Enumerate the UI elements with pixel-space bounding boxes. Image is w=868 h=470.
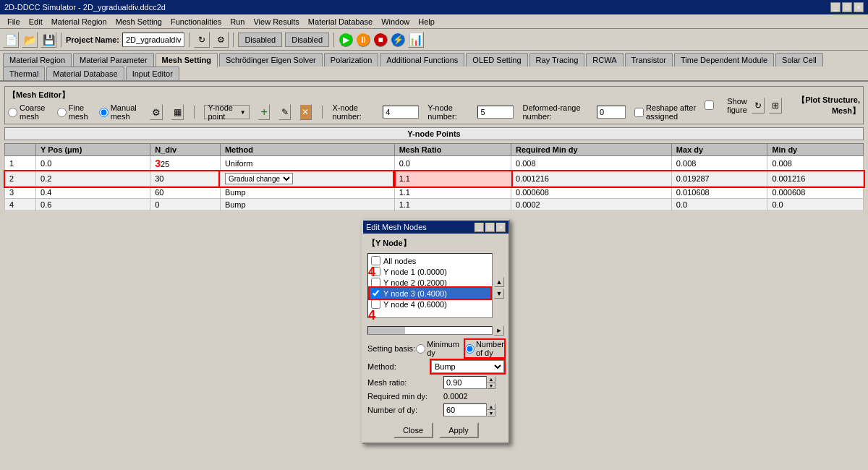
menu-file[interactable]: File (3, 16, 25, 27)
mesh-ratio-input[interactable] (443, 376, 487, 389)
node-item-2[interactable]: Y node 2 (0.2000) (370, 277, 490, 288)
node-list[interactable]: All nodes Y node 1 (0.0000) Y node 2 (0.… (367, 253, 493, 318)
node-item-1[interactable]: Y node 1 (0.0000) (370, 266, 490, 277)
grid-button[interactable]: ▦ (171, 104, 184, 120)
tab-rcwa[interactable]: RCWA (586, 53, 623, 67)
table-row[interactable]: 3 0.4 60 Bump 1.1 0.000608 0.010608 0.00… (5, 187, 864, 199)
coarse-mesh-label[interactable]: Coarse mesh (8, 103, 50, 121)
menu-material-database[interactable]: Material Database (304, 16, 377, 27)
tab-mesh-setting[interactable]: Mesh Setting (156, 53, 218, 68)
play-btn[interactable]: ▶ (339, 33, 353, 47)
title-text: 2D-DDCC Simulator - 2D_ygradualdiv.ddcc2… (4, 3, 166, 12)
reshape-checkbox[interactable] (634, 108, 644, 117)
tab-material-region[interactable]: Material Region (3, 53, 72, 67)
save-button[interactable]: 💾 (41, 32, 56, 48)
modal-close-btn[interactable]: × (496, 223, 506, 232)
fine-mesh-label[interactable]: Fine mesh (57, 103, 92, 121)
col-index (5, 144, 36, 156)
mesh-ratio-down[interactable]: ▼ (487, 383, 495, 389)
pause-btn[interactable]: ⏸ (356, 33, 370, 47)
tab-polarization[interactable]: Polarization (324, 53, 378, 67)
num-dy-down[interactable]: ▼ (487, 410, 495, 416)
row-ndiv[interactable]: 325 (150, 156, 221, 171)
modal-maximize-btn[interactable]: □ (485, 223, 495, 232)
close-button[interactable]: Close (393, 422, 433, 438)
minimize-button[interactable]: _ (830, 2, 841, 12)
refresh-button[interactable]: ↻ (194, 32, 210, 48)
node-all[interactable]: All nodes (370, 255, 490, 266)
row-min-dy: 0.008 (767, 156, 864, 171)
min-dy-radio-label[interactable]: Minimum dy (416, 340, 459, 357)
deformed-input[interactable] (597, 106, 626, 119)
coarse-mesh-radio[interactable] (8, 108, 17, 117)
col-req-min-dy: Required Min dy (511, 144, 672, 156)
num-dy-radio-label[interactable]: Number of dy (465, 340, 504, 357)
tab-solar-cell[interactable]: Solar Cell (775, 53, 823, 67)
row-method[interactable]: Gradual change Uniform Bump (220, 171, 394, 187)
tab-material-parameter[interactable]: Material Parameter (73, 53, 154, 67)
method-label: Method: (367, 362, 431, 371)
tab-oled-setting[interactable]: OLED Setting (466, 53, 527, 67)
grid-view-button[interactable]: ⊞ (769, 98, 782, 114)
menu-mesh-setting[interactable]: Mesh Setting (111, 16, 166, 27)
settings-button[interactable]: ⚙ (213, 32, 229, 48)
row-mesh-ratio[interactable]: 1.1 (394, 171, 511, 187)
maximize-button[interactable]: □ (842, 2, 852, 12)
table-row[interactable]: 4 0.6 0 Bump 1.1 0.0002 0.0 0.0 (5, 199, 864, 211)
tab-time-dependent[interactable]: Time Dependent Module (674, 53, 774, 67)
num-dy-input[interactable] (443, 403, 487, 416)
tab-material-database[interactable]: Material Database (46, 67, 124, 80)
menu-functionalities[interactable]: Functionalities (166, 16, 226, 27)
refresh-plot-button[interactable]: ↻ (752, 98, 765, 114)
num-dy-radio[interactable] (465, 344, 475, 354)
menu-window[interactable]: Window (377, 16, 414, 27)
num-dy-up[interactable]: ▲ (487, 403, 495, 410)
tab-transistor[interactable]: Transistor (625, 53, 673, 67)
min-dy-radio[interactable] (416, 344, 425, 354)
y-node-input[interactable] (477, 106, 514, 119)
row-index: 4 (5, 199, 36, 211)
delete-node-button[interactable]: ✕ (299, 104, 312, 120)
node-dropdown[interactable]: Y-node point (204, 105, 249, 119)
method-dropdown[interactable]: Bump Uniform Gradual change (431, 360, 504, 373)
modal-minimize-btn[interactable]: _ (475, 223, 484, 232)
chart-btn[interactable]: 📊 (408, 32, 424, 48)
open-button[interactable]: 📂 (22, 32, 38, 48)
mesh-ratio-up[interactable]: ▲ (487, 376, 495, 383)
menu-run[interactable]: Run (226, 16, 249, 27)
node-item-3[interactable]: Y node 3 (0.4000) (370, 288, 490, 299)
method-select[interactable]: Gradual change Uniform Bump (225, 173, 293, 184)
manual-mesh-radio[interactable] (99, 108, 109, 117)
table-row[interactable]: 1 0.0 325 Uniform 0.0 0.008 0.008 0.008 (5, 156, 864, 171)
show-figure-checkbox[interactable] (705, 101, 714, 110)
tab-schrodinger[interactable]: Schrödinger Eigen Solver (219, 53, 323, 67)
manual-mesh-label[interactable]: Manual mesh (99, 103, 141, 121)
node-scroll-bar[interactable] (367, 326, 493, 335)
node-scroll-up[interactable]: ▲ (494, 277, 504, 287)
tab-ray-tracing[interactable]: Ray Tracing (529, 53, 585, 67)
new-button[interactable]: 📄 (3, 32, 19, 48)
tab-input-editor[interactable]: Input Editor (126, 67, 179, 80)
gear-button[interactable]: ⚙ (150, 104, 163, 120)
reshape-label[interactable]: Reshape after assigned (634, 103, 705, 121)
node-scroll-down[interactable]: ▼ (494, 289, 504, 299)
x-node-input[interactable] (383, 106, 419, 119)
tab-thermal[interactable]: Thermal (3, 67, 45, 80)
menu-view-results[interactable]: View Results (249, 16, 303, 27)
node-scroll-right[interactable]: ► (494, 325, 504, 336)
show-figure-label[interactable]: Show figure (705, 97, 747, 114)
tab-additional-functions[interactable]: Additional Functions (380, 53, 464, 67)
table-row[interactable]: 2 0.2 30 Gradual change Uniform Bump 1.1 (5, 171, 864, 187)
menu-edit[interactable]: Edit (25, 16, 47, 27)
edit-node-button[interactable]: ✎ (278, 104, 291, 120)
add-node-button[interactable]: + (258, 104, 271, 120)
run-btn[interactable]: ⚡ (391, 33, 405, 47)
fine-mesh-radio[interactable] (57, 108, 67, 117)
menu-help[interactable]: Help (414, 16, 439, 27)
close-window-button[interactable]: × (854, 2, 864, 12)
apply-button[interactable]: Apply (439, 422, 479, 438)
node-item-4[interactable]: Y node 4 (0.6000) (370, 299, 490, 309)
stop-btn[interactable]: ■ (373, 33, 388, 47)
node3-checkbox[interactable] (371, 289, 380, 298)
menu-material-region[interactable]: Material Region (47, 16, 111, 27)
